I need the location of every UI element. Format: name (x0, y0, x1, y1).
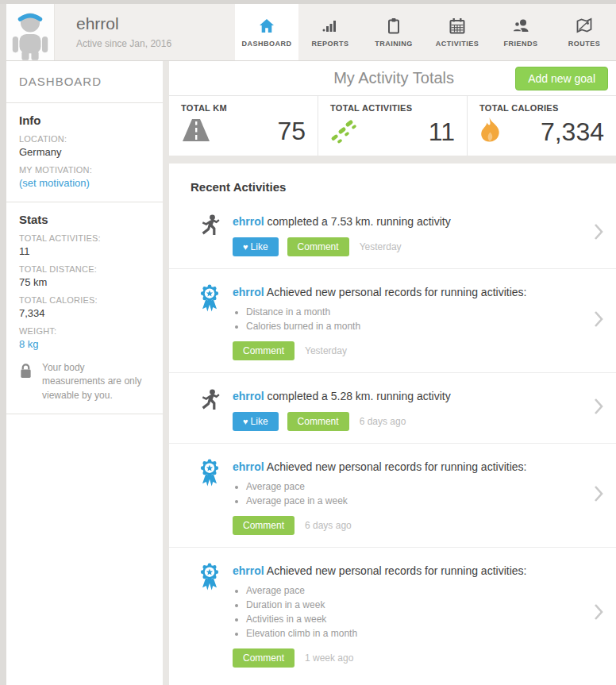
stat-label: TOTAL DISTANCE: (19, 264, 150, 274)
friends-icon (512, 16, 529, 35)
comment-button[interactable]: Comment (287, 412, 349, 431)
feed-timestamp: 1 week ago (305, 652, 353, 664)
footsteps-icon (330, 117, 359, 147)
add-new-goal-button[interactable]: Add new goal (515, 67, 608, 90)
feed-user-link[interactable]: ehrrol (233, 460, 264, 473)
avatar-person-icon (7, 8, 53, 60)
record-item: Average pace (246, 585, 579, 596)
total-calories-box: TOTAL CALORIES 7,334 (467, 96, 616, 156)
feed-text-body: completed a 5.28 km. running activity (268, 390, 451, 402)
feed-text: ehrrol Achieved new personal records for… (233, 564, 579, 577)
chevron-right-icon[interactable] (594, 485, 603, 506)
feed-timestamp: Yesterday (305, 345, 347, 356)
record-list: Average pace Duration in a week Activiti… (233, 585, 579, 639)
medal-icon (187, 561, 233, 668)
runner-icon (187, 387, 233, 431)
totals-row: TOTAL KM 75 (169, 96, 616, 156)
comment-button[interactable]: Comment (233, 341, 295, 360)
privacy-note: Your body measurements are only viewable… (19, 361, 150, 402)
stat-label: WEIGHT: (19, 326, 150, 336)
tab-training[interactable]: TRAINING (362, 4, 425, 60)
total-activities-box: TOTAL ACTIVITIES (318, 96, 467, 156)
feed-text: ehrrol Achieved new personal records for… (233, 460, 579, 473)
total-activities-value: 11 (429, 117, 455, 147)
sidebar-title: DASHBOARD (6, 61, 163, 103)
feed-item-run[interactable]: ehrrol completed a 7.53 km. running acti… (169, 198, 616, 268)
user-block: ehrrol Active since Jan, 2016 (55, 4, 228, 60)
top-bar: ehrrol Active since Jan, 2016 DASHBOARD (6, 4, 616, 61)
motivation-label: MY MOTIVATION: (19, 165, 150, 175)
total-km-box: TOTAL KM 75 (169, 96, 318, 156)
total-activities-label: TOTAL ACTIVITIES (330, 103, 455, 113)
privacy-text: Your body measurements are only viewable… (42, 361, 150, 402)
tab-label: ACTIVITIES (436, 40, 479, 48)
lock-icon (19, 361, 33, 382)
total-km-label: TOTAL KM (181, 103, 306, 113)
medal-icon (187, 457, 233, 535)
tab-label: FRIENDS (503, 40, 537, 48)
like-button[interactable]: Like (233, 237, 279, 256)
feed-heading: Recent Activities (169, 164, 616, 198)
feed-text-body: Achieved new personal records for runnin… (267, 460, 527, 473)
feed-user-link[interactable]: ehrrol (233, 286, 264, 298)
chevron-right-icon[interactable] (594, 398, 603, 418)
total-calories-label: TOTAL CALORIES (479, 103, 604, 113)
fitness-dashboard-page: ehrrol Active since Jan, 2016 DASHBOARD (0, 0, 616, 685)
feed-item-award[interactable]: ehrrol Achieved new personal records for… (169, 443, 616, 547)
main-gap (169, 156, 616, 164)
tab-activities[interactable]: ACTIVITIES (425, 4, 489, 60)
chevron-right-icon[interactable] (594, 603, 603, 624)
calendar-icon (449, 16, 465, 35)
tab-label: DASHBOARD (242, 40, 292, 48)
tab-dashboard[interactable]: DASHBOARD (235, 4, 298, 60)
user-active-since: Active since Jan, 2016 (76, 38, 228, 49)
road-icon (181, 117, 211, 146)
comment-button[interactable]: Comment (233, 648, 295, 668)
activity-totals-header: My Activity Totals Add new goal (169, 61, 616, 96)
info-heading: Info (19, 114, 150, 127)
map-icon (576, 16, 593, 35)
set-motivation-link[interactable]: (set motivation) (19, 177, 150, 189)
record-item: Calories burned in a month (246, 321, 579, 332)
stat-value: 11 (19, 245, 150, 257)
feed-item-award[interactable]: ehrrol Achieved new personal records for… (169, 268, 616, 372)
feed-user-link[interactable]: ehrrol (233, 215, 264, 228)
avatar[interactable] (6, 4, 55, 60)
comment-button[interactable]: Comment (233, 516, 295, 535)
tab-reports[interactable]: REPORTS (298, 4, 362, 60)
feed-text: ehrrol completed a 5.28 km. running acti… (233, 390, 579, 402)
record-item: Duration in a week (246, 599, 579, 610)
feed-item-award[interactable]: ehrrol Achieved new personal records for… (169, 547, 616, 679)
recent-activities-card: Recent Activities ehr (169, 164, 616, 685)
comment-button[interactable]: Comment (287, 237, 349, 256)
tab-routes[interactable]: ROUTES (552, 4, 616, 60)
feed-user-link[interactable]: ehrrol (233, 390, 264, 402)
flame-icon (479, 117, 501, 147)
main-content: My Activity Totals Add new goal TOTAL KM (169, 61, 616, 685)
runner-icon (187, 212, 233, 256)
main-nav: DASHBOARD REPORTS (235, 4, 616, 60)
feed-user-link[interactable]: ehrrol (233, 564, 264, 577)
total-km-value: 75 (277, 117, 306, 146)
page-title: My Activity Totals (272, 69, 515, 87)
column-gap (163, 61, 169, 685)
feed-text-body: Achieved new personal records for runnin… (267, 564, 527, 577)
clipboard-icon (387, 16, 401, 35)
feed-text: ehrrol completed a 7.53 km. running acti… (233, 215, 579, 228)
sidebar-info-section: Info LOCATION: Germany MY MOTIVATION: (s… (6, 103, 163, 202)
location-label: LOCATION: (19, 134, 150, 144)
feed-timestamp: 6 days ago (305, 520, 352, 531)
like-button[interactable]: Like (233, 412, 279, 431)
tab-friends[interactable]: FRIENDS (489, 4, 552, 60)
feed-timestamp: 6 days ago (360, 416, 406, 427)
sidebar: DASHBOARD Info LOCATION: Germany MY MOTI… (6, 61, 163, 685)
record-item: Distance in a month (246, 306, 579, 317)
feed-item-run[interactable]: ehrrol completed a 5.28 km. running acti… (169, 372, 616, 443)
record-list: Distance in a month Calories burned in a… (233, 306, 579, 332)
weight-link[interactable]: 8 kg (19, 338, 150, 350)
feed-text: ehrrol Achieved new personal records for… (233, 286, 579, 298)
record-item: Elevation climb in a month (246, 628, 579, 639)
chevron-right-icon[interactable] (594, 310, 603, 331)
user-name: ehrrol (76, 14, 228, 33)
chevron-right-icon[interactable] (594, 223, 603, 244)
